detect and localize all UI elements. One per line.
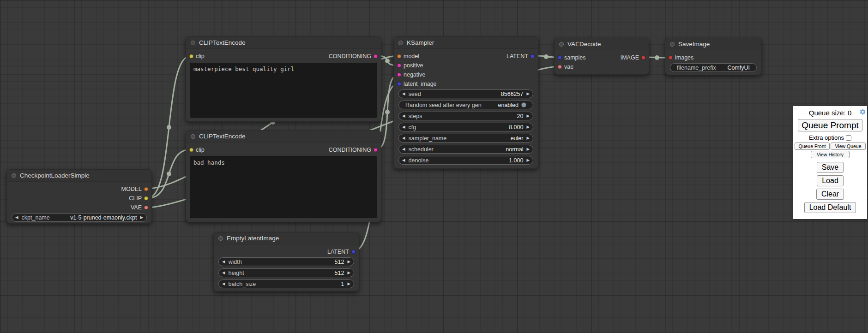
node-title-bar[interactable]: CLIPTextEncode: [186, 37, 381, 49]
node-title-bar[interactable]: SaveImage: [665, 38, 761, 50]
decrement-arrow-icon[interactable]: ◀: [222, 282, 225, 286]
toggle-indicator-icon[interactable]: [521, 102, 526, 107]
queue-front-button[interactable]: Queue Front: [795, 143, 830, 150]
ckpt-name-combo[interactable]: ◀ ckpt_name v1-5-pruned-emaonly.ckpt ▶: [12, 213, 147, 222]
slot-label: images: [675, 54, 693, 61]
decrement-arrow-icon[interactable]: ◀: [402, 92, 405, 96]
cfg-stepper[interactable]: ◀ cfg 8.000 ▶: [398, 123, 533, 131]
decrement-arrow-icon[interactable]: ◀: [402, 114, 405, 118]
vae-slot-dot[interactable]: [144, 206, 148, 210]
node-clip-text-encode-negative[interactable]: CLIPTextEncode clip CONDITIONING bad han…: [186, 130, 381, 222]
height-stepper[interactable]: ◀ height 512 ▶: [218, 268, 354, 277]
widget-label: filename_prefix: [677, 65, 716, 71]
node-graph-canvas[interactable]: CheckpointLoaderSimple MODEL CLIP VAE ◀ …: [0, 0, 868, 333]
slot-row: clip CONDITIONING: [186, 52, 381, 61]
view-queue-button[interactable]: View Queue: [831, 143, 866, 150]
steps-stepper[interactable]: ◀ steps 20 ▶: [398, 112, 533, 120]
increment-arrow-icon[interactable]: ▶: [347, 282, 350, 286]
increment-arrow-icon[interactable]: ▶: [526, 158, 530, 162]
node-empty-latent-image[interactable]: EmptyLatentImage LATENT ◀ width 512 ▶ ◀ …: [213, 232, 359, 291]
widget-value: 8.000: [509, 124, 523, 131]
queue-prompt-button[interactable]: Queue Prompt: [798, 119, 862, 131]
decrement-arrow-icon[interactable]: ◀: [402, 147, 405, 151]
node-vae-decode[interactable]: VAEDecode samples IMAGE vae: [554, 38, 649, 75]
decrement-arrow-icon[interactable]: ◀: [402, 136, 405, 140]
node-ksampler[interactable]: KSampler model LATENT positive negative …: [393, 36, 538, 169]
negative-prompt-textarea[interactable]: bad hands: [190, 156, 377, 218]
increment-arrow-icon[interactable]: ▶: [526, 136, 530, 140]
collapse-dot-icon[interactable]: [191, 134, 195, 139]
node-title-bar[interactable]: VAEDecode: [555, 38, 649, 50]
clip-slot-dot[interactable]: [189, 54, 193, 59]
node-save-image[interactable]: SaveImage images filename_prefix ComfyUI: [665, 38, 762, 75]
images-slot-dot[interactable]: [669, 56, 673, 60]
increment-arrow-icon[interactable]: ▶: [347, 260, 350, 264]
collapse-dot-icon[interactable]: [670, 42, 675, 47]
batch-size-stepper[interactable]: ◀ batch_size 1 ▶: [218, 279, 354, 288]
slot-label: negative: [404, 71, 425, 78]
decrement-arrow-icon[interactable]: ◀: [15, 215, 18, 220]
node-clip-text-encode-positive[interactable]: CLIPTextEncode clip CONDITIONING masterp…: [186, 36, 381, 122]
decrement-arrow-icon[interactable]: ◀: [402, 158, 405, 162]
clip-slot-dot[interactable]: [189, 148, 193, 152]
image-slot-dot[interactable]: [641, 56, 645, 60]
conditioning-slot-dot[interactable]: [397, 73, 401, 77]
conditioning-slot-dot[interactable]: [374, 148, 378, 152]
settings-gear-icon[interactable]: [859, 108, 866, 115]
collapse-dot-icon[interactable]: [398, 41, 403, 45]
load-button[interactable]: Load: [817, 175, 844, 186]
node-title-bar[interactable]: EmptyLatentImage: [214, 232, 359, 244]
decrement-arrow-icon[interactable]: ◀: [222, 260, 225, 264]
clear-button[interactable]: Clear: [816, 189, 844, 200]
model-slot-dot[interactable]: [397, 54, 401, 59]
increment-arrow-icon[interactable]: ▶: [526, 92, 530, 96]
clip-slot-dot[interactable]: [144, 196, 148, 201]
collapse-dot-icon[interactable]: [191, 41, 195, 45]
node-title-bar[interactable]: CLIPTextEncode: [186, 131, 381, 143]
extra-options-label: Extra options: [809, 134, 844, 141]
slot-label: LATENT: [506, 53, 528, 59]
random-seed-toggle[interactable]: Random seed after every gen enabled: [398, 101, 533, 109]
scheduler-combo[interactable]: ◀ scheduler normal ▶: [398, 145, 533, 154]
widget-value: 512: [335, 259, 344, 265]
increment-arrow-icon[interactable]: ▶: [526, 125, 530, 129]
input-slot-positive: positive: [394, 61, 538, 70]
latent-slot-dot[interactable]: [530, 54, 535, 59]
collapse-dot-icon[interactable]: [559, 42, 564, 47]
node-title-bar[interactable]: CheckpointLoaderSimple: [7, 170, 151, 182]
collapse-dot-icon[interactable]: [12, 173, 16, 178]
model-slot-dot[interactable]: [144, 187, 148, 191]
decrement-arrow-icon[interactable]: ◀: [222, 271, 225, 275]
load-default-button[interactable]: Load Default: [804, 202, 856, 213]
node-checkpoint-loader[interactable]: CheckpointLoaderSimple MODEL CLIP VAE ◀ …: [6, 169, 152, 224]
increment-arrow-icon[interactable]: ▶: [347, 271, 350, 275]
widget-value: ComfyUI: [727, 65, 750, 71]
filename-prefix-field[interactable]: filename_prefix ComfyUI: [670, 63, 757, 72]
samples-slot-dot[interactable]: [558, 56, 562, 60]
widget-value: enabled: [498, 102, 519, 108]
decrement-arrow-icon[interactable]: ◀: [402, 125, 405, 129]
seed-stepper[interactable]: ◀ seed 8566257 ▶: [398, 89, 533, 98]
widget-label: ckpt_name: [22, 214, 50, 221]
widget-label: cfg: [409, 124, 416, 131]
denoise-stepper[interactable]: ◀ denoise 1.000 ▶: [398, 156, 533, 165]
link-midpoint-dot: [167, 125, 171, 130]
latent-slot-dot[interactable]: [351, 250, 356, 254]
slot-label: CONDITIONING: [329, 147, 371, 153]
sampler-name-combo[interactable]: ◀ sampler_name euler ▶: [398, 134, 533, 143]
vae-slot-dot[interactable]: [558, 65, 562, 69]
collapse-dot-icon[interactable]: [218, 236, 223, 241]
conditioning-slot-dot[interactable]: [374, 54, 378, 59]
width-stepper[interactable]: ◀ width 512 ▶: [218, 257, 354, 266]
comfy-menu-panel[interactable]: Queue size: 0 Queue Prompt Extra options…: [793, 106, 867, 219]
conditioning-slot-dot[interactable]: [397, 64, 401, 68]
increment-arrow-icon[interactable]: ▶: [526, 147, 530, 151]
save-button[interactable]: Save: [817, 162, 844, 173]
latent-slot-dot[interactable]: [397, 82, 401, 86]
node-title-bar[interactable]: KSampler: [394, 37, 538, 49]
increment-arrow-icon[interactable]: ▶: [526, 114, 530, 118]
extra-options-checkbox[interactable]: [846, 135, 851, 141]
positive-prompt-textarea[interactable]: masterpiece best quality girl: [190, 63, 377, 118]
view-history-button[interactable]: View History: [811, 151, 850, 158]
increment-arrow-icon[interactable]: ▶: [140, 215, 143, 220]
